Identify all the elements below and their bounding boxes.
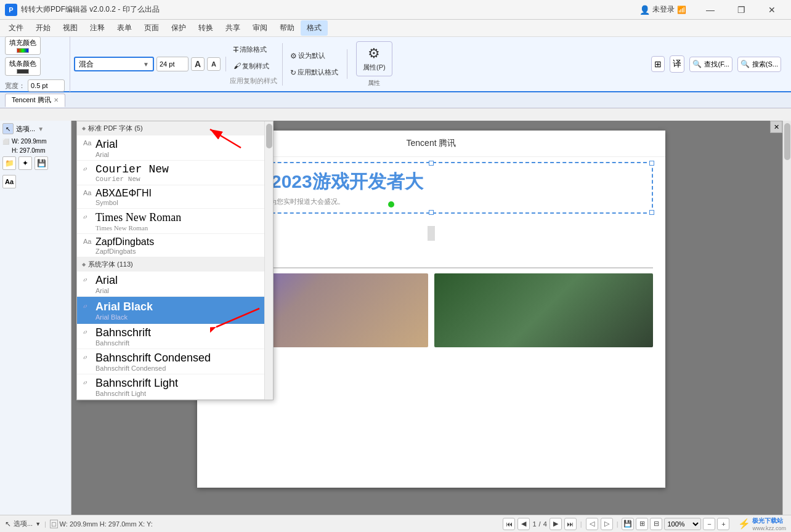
first-page-button[interactable]: ⏮ [503, 518, 515, 530]
select-tool: ↖ 选项... ▼ [2, 123, 68, 134]
dropdown-scrollbar[interactable] [264, 121, 273, 400]
prev-page-button[interactable]: ◀ [517, 518, 530, 530]
select-label: 选项... [16, 124, 35, 134]
page-sep: / [539, 520, 541, 528]
main-layout: ↖ 选项... ▼ ⬜ W: 209.9mm ⬜ H: 297.0mm 📁 ✦ … [0, 121, 791, 515]
select-options-label[interactable]: 选项... [14, 519, 33, 528]
apply-default-button[interactable]: ↻ 应用默认格式 [286, 66, 342, 79]
width-value[interactable]: 0.5 pt [28, 79, 65, 92]
select-icon[interactable]: ↖ [2, 123, 14, 134]
v-scrollbar[interactable] [782, 121, 791, 515]
handle-top-center[interactable] [429, 161, 434, 166]
menu-help[interactable]: 帮助 [274, 20, 301, 36]
toolbar-icon-1[interactable]: ⊞ [651, 56, 665, 72]
app-title: 转转大师PDF编辑器 v2.0.0.2 - 印了么出品 [21, 4, 639, 15]
font-preview-arial-std: Arial [95, 151, 257, 158]
restore-button[interactable]: ❐ [727, 0, 755, 20]
close-button[interactable]: ✕ [758, 0, 786, 20]
font-item-zapf[interactable]: Aa ZapfDingbats ZapfDingbats [77, 234, 264, 257]
text-tool-icon[interactable]: Aa [2, 175, 16, 188]
font-item-bahnschrift-light[interactable]: 𝑜 Bahnschrift Light Bahnschrift Light [77, 374, 264, 400]
fill-color-button[interactable]: 填充颜色 [5, 36, 41, 55]
folder-icon[interactable]: 📁 [2, 156, 16, 170]
menu-review[interactable]: 审阅 [246, 20, 274, 36]
menu-page[interactable]: 页面 [138, 20, 165, 36]
save-icon[interactable]: 💾 [34, 156, 48, 170]
tab-close-icon[interactable]: ✕ [54, 97, 59, 103]
zoom-in-button[interactable]: + [717, 518, 729, 530]
set-default-button[interactable]: ⚙ 设为默认 [286, 49, 329, 62]
font-item-courier[interactable]: 𝑜 Courier New Courier New [77, 161, 264, 185]
save-status-icon[interactable]: 💾 [622, 518, 634, 530]
width-status: W: 209.9mm [60, 520, 98, 528]
titlebar: P 转转大师PDF编辑器 v2.0.0.2 - 印了么出品 👤 未登录 📶 — … [0, 0, 791, 20]
font-dropdown-overlay: ◆ 标准 PDF 字体 (5) Aa Arial Arial 𝑜 Courier… [76, 121, 274, 400]
font-icon-courier: 𝑜 [83, 164, 86, 172]
font-name-arial-black: Arial Black [95, 300, 257, 313]
select-dropdown-icon[interactable]: ▼ [35, 521, 41, 527]
font-icon-bahnschrift: 𝑜 [83, 328, 86, 336]
user-label: 未登录 [652, 4, 675, 15]
handle-bottom-center[interactable] [429, 210, 434, 215]
last-page-button[interactable]: ⏭ [564, 518, 577, 530]
star-icon[interactable]: ✦ [18, 156, 32, 170]
font-item-bahnschrift-condensed[interactable]: 𝑜 Bahnschrift Condensed Bahnschrift Cond… [77, 349, 264, 374]
news-title: 最新动态 [209, 253, 653, 268]
forward-button[interactable]: ▷ [601, 518, 613, 530]
back-button[interactable]: ◁ [586, 518, 598, 530]
toolbar-icon-2[interactable]: 译 [670, 55, 684, 73]
font-item-symbol[interactable]: Aa ΑΒΧΔΕΦΓΗΙ Symbol [77, 185, 264, 209]
font-preview-bahnschrift-condensed: Bahnschrift Condensed [95, 365, 257, 372]
zoom-select[interactable]: 100% 50% 75% 125% 150% 200% [664, 518, 701, 530]
news-images-row [209, 273, 653, 347]
v-scrollbar-thumb[interactable] [784, 123, 790, 160]
font-item-arial-black[interactable]: 𝑜 Arial Black Arial Black [77, 297, 264, 324]
menu-format[interactable]: 格式 [301, 20, 328, 36]
minimize-button[interactable]: — [696, 0, 724, 20]
menu-annotate[interactable]: 注释 [84, 20, 111, 36]
font-dropdown-button[interactable]: 混合 ▼ [74, 57, 154, 71]
size-w: W: 209.9mm [12, 138, 47, 145]
pdf-header-text: Tencent 腾讯 [407, 138, 456, 148]
font-item-arial-sys[interactable]: 𝑜 Arial Arial [77, 272, 264, 297]
menu-protect[interactable]: 保护 [165, 20, 192, 36]
font-list: ◆ 标准 PDF 字体 (5) Aa Arial Arial 𝑜 Courier… [77, 121, 264, 400]
tab-tencent[interactable]: Tencent 腾讯 ✕ [5, 94, 65, 107]
next-page-button[interactable]: ▶ [550, 518, 562, 530]
menu-form[interactable]: 表单 [111, 20, 138, 36]
font-item-bahnschrift[interactable]: 𝑜 Bahnschrift Bahnschrift [77, 324, 264, 349]
system-fonts-header: ◆ 系统字体 (113) [77, 257, 264, 272]
decrease-size-button[interactable]: A [207, 57, 221, 71]
menu-start[interactable]: 开始 [30, 20, 57, 36]
dropdown-scrollbar-thumb[interactable] [266, 124, 272, 148]
font-size-input[interactable]: 24 pt [156, 57, 189, 71]
grid-status-icon[interactable]: ⊞ [636, 518, 648, 530]
handle-top-right[interactable] [649, 161, 654, 166]
line-color-button[interactable]: 线条颜色 [5, 57, 41, 76]
font-item-arial-std[interactable]: Aa Arial Arial [77, 135, 264, 161]
search-button[interactable]: 🔍 搜索(S... [737, 57, 781, 72]
increase-size-button[interactable]: A [191, 57, 205, 71]
font-item-times[interactable]: 𝑜 Times New Roman Times New Roman [77, 209, 264, 234]
app-logo: P [5, 4, 17, 16]
line-color-swatch [17, 69, 29, 74]
content-text-box[interactable]: 戏亮相2023游戏开发者大 我们在美国旧金山为您实时报道大会盛况。 [209, 162, 653, 214]
select-dropdown[interactable]: ▼ [38, 126, 44, 132]
find-button[interactable]: 🔍 查找(F... [689, 57, 732, 72]
copy-style-button[interactable]: 🖌 复制样式 [230, 60, 273, 73]
layout-status-icon[interactable]: ⊟ [650, 518, 662, 530]
menu-view[interactable]: 视图 [57, 20, 84, 36]
zoom-out-button[interactable]: − [703, 518, 715, 530]
menu-share[interactable]: 共享 [219, 20, 246, 36]
default-row-2: ↻ 应用默认格式 [286, 66, 342, 79]
page-current: 1 [532, 520, 536, 528]
size-status: □ W: 209.9mm H: 297.0mm X: Y: [50, 520, 153, 528]
properties-button[interactable]: ⚙ 属性(P) [356, 41, 392, 76]
clear-format-button[interactable]: T̶ 清除格式 [230, 43, 270, 56]
menu-convert[interactable]: 转换 [192, 20, 219, 36]
doc-close-button[interactable]: ✕ [770, 121, 782, 133]
menu-file[interactable]: 文件 [2, 20, 30, 36]
handle-bottom-right[interactable] [649, 210, 654, 215]
grid-icon: ⊞ [654, 59, 662, 69]
content-main-text: 戏亮相2023游戏开发者大 [216, 169, 647, 195]
